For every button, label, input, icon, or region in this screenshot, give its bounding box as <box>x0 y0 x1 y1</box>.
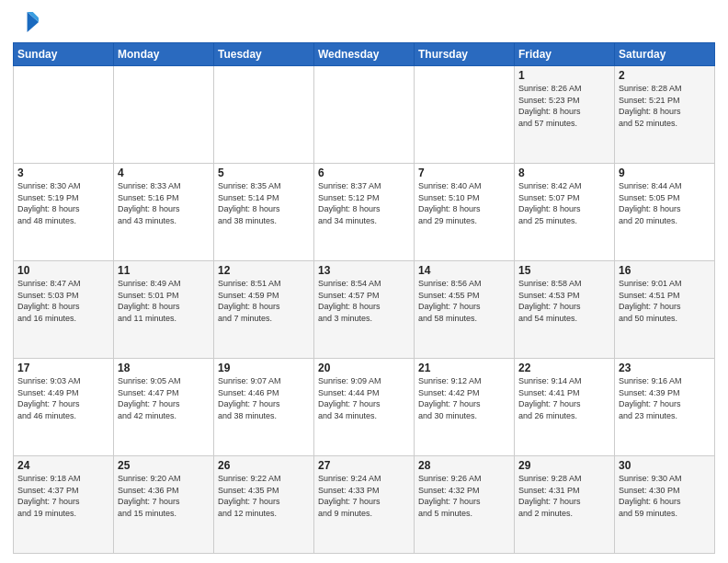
week-row-0: 1Sunrise: 8:26 AM Sunset: 5:23 PM Daylig… <box>14 66 715 164</box>
day-number: 16 <box>619 264 711 277</box>
day-info: Sunrise: 8:26 AM Sunset: 5:23 PM Dayligh… <box>518 83 610 129</box>
day-number: 11 <box>118 264 210 277</box>
day-cell: 28Sunrise: 9:26 AM Sunset: 4:32 PM Dayli… <box>415 456 515 554</box>
day-info: Sunrise: 8:58 AM Sunset: 4:53 PM Dayligh… <box>518 278 610 324</box>
week-row-2: 10Sunrise: 8:47 AM Sunset: 5:03 PM Dayli… <box>14 261 715 359</box>
day-number: 30 <box>619 459 711 472</box>
day-info: Sunrise: 8:40 AM Sunset: 5:10 PM Dayligh… <box>418 180 510 226</box>
day-cell: 22Sunrise: 9:14 AM Sunset: 4:41 PM Dayli… <box>515 359 615 456</box>
day-info: Sunrise: 9:16 AM Sunset: 4:39 PM Dayligh… <box>619 375 711 421</box>
day-cell <box>214 66 314 164</box>
calendar-table: SundayMondayTuesdayWednesdayThursdayFrid… <box>13 42 715 554</box>
logo-icon <box>13 9 39 35</box>
day-cell <box>114 66 214 164</box>
day-info: Sunrise: 8:28 AM Sunset: 5:21 PM Dayligh… <box>619 83 711 129</box>
day-info: Sunrise: 8:56 AM Sunset: 4:55 PM Dayligh… <box>418 278 510 324</box>
day-cell: 30Sunrise: 9:30 AM Sunset: 4:30 PM Dayli… <box>615 456 715 554</box>
day-info: Sunrise: 9:12 AM Sunset: 4:42 PM Dayligh… <box>418 375 510 421</box>
day-cell: 14Sunrise: 8:56 AM Sunset: 4:55 PM Dayli… <box>415 261 515 359</box>
day-number: 9 <box>619 167 711 179</box>
day-info: Sunrise: 9:22 AM Sunset: 4:35 PM Dayligh… <box>218 473 310 519</box>
day-cell <box>14 66 114 164</box>
day-number: 20 <box>318 362 410 374</box>
day-cell: 10Sunrise: 8:47 AM Sunset: 5:03 PM Dayli… <box>14 261 114 359</box>
day-cell: 3Sunrise: 8:30 AM Sunset: 5:19 PM Daylig… <box>14 164 114 261</box>
day-info: Sunrise: 8:35 AM Sunset: 5:14 PM Dayligh… <box>218 180 310 226</box>
day-info: Sunrise: 9:20 AM Sunset: 4:36 PM Dayligh… <box>118 473 210 519</box>
day-info: Sunrise: 8:44 AM Sunset: 5:05 PM Dayligh… <box>619 180 711 226</box>
day-cell: 21Sunrise: 9:12 AM Sunset: 4:42 PM Dayli… <box>415 359 515 456</box>
day-info: Sunrise: 9:26 AM Sunset: 4:32 PM Dayligh… <box>418 473 510 519</box>
day-cell: 16Sunrise: 9:01 AM Sunset: 4:51 PM Dayli… <box>615 261 715 359</box>
day-cell: 13Sunrise: 8:54 AM Sunset: 4:57 PM Dayli… <box>314 261 415 359</box>
day-info: Sunrise: 8:51 AM Sunset: 4:59 PM Dayligh… <box>218 278 310 324</box>
day-number: 2 <box>619 69 711 82</box>
day-number: 7 <box>418 167 510 179</box>
day-cell: 9Sunrise: 8:44 AM Sunset: 5:05 PM Daylig… <box>615 164 715 261</box>
day-cell: 24Sunrise: 9:18 AM Sunset: 4:37 PM Dayli… <box>14 456 114 554</box>
weekday-sunday: Sunday <box>14 43 114 66</box>
day-info: Sunrise: 9:01 AM Sunset: 4:51 PM Dayligh… <box>619 278 711 324</box>
day-number: 19 <box>218 362 310 374</box>
day-cell: 2Sunrise: 8:28 AM Sunset: 5:21 PM Daylig… <box>615 66 715 164</box>
weekday-friday: Friday <box>515 43 615 66</box>
day-info: Sunrise: 9:05 AM Sunset: 4:47 PM Dayligh… <box>118 375 210 421</box>
day-number: 21 <box>418 362 510 374</box>
weekday-monday: Monday <box>114 43 214 66</box>
day-number: 22 <box>518 362 610 374</box>
weekday-tuesday: Tuesday <box>214 43 314 66</box>
day-info: Sunrise: 8:37 AM Sunset: 5:12 PM Dayligh… <box>318 180 410 226</box>
day-number: 4 <box>118 167 210 179</box>
calendar-body: 1Sunrise: 8:26 AM Sunset: 5:23 PM Daylig… <box>14 66 715 554</box>
day-number: 26 <box>218 459 310 472</box>
day-info: Sunrise: 8:33 AM Sunset: 5:16 PM Dayligh… <box>118 180 210 226</box>
day-number: 1 <box>518 69 610 82</box>
page: SundayMondayTuesdayWednesdayThursdayFrid… <box>0 0 728 563</box>
day-number: 8 <box>518 167 610 179</box>
day-number: 12 <box>218 264 310 277</box>
day-cell: 25Sunrise: 9:20 AM Sunset: 4:36 PM Dayli… <box>114 456 214 554</box>
day-info: Sunrise: 8:42 AM Sunset: 5:07 PM Dayligh… <box>518 180 610 226</box>
day-cell <box>415 66 515 164</box>
day-number: 24 <box>17 459 109 472</box>
day-info: Sunrise: 9:28 AM Sunset: 4:31 PM Dayligh… <box>518 473 610 519</box>
day-info: Sunrise: 9:30 AM Sunset: 4:30 PM Dayligh… <box>619 473 711 519</box>
day-info: Sunrise: 9:18 AM Sunset: 4:37 PM Dayligh… <box>17 473 109 519</box>
weekday-wednesday: Wednesday <box>314 43 415 66</box>
day-number: 25 <box>118 459 210 472</box>
day-cell: 5Sunrise: 8:35 AM Sunset: 5:14 PM Daylig… <box>214 164 314 261</box>
day-info: Sunrise: 9:03 AM Sunset: 4:49 PM Dayligh… <box>17 375 109 421</box>
day-number: 15 <box>518 264 610 277</box>
day-cell: 6Sunrise: 8:37 AM Sunset: 5:12 PM Daylig… <box>314 164 415 261</box>
day-info: Sunrise: 8:30 AM Sunset: 5:19 PM Dayligh… <box>17 180 109 226</box>
day-number: 23 <box>619 362 711 374</box>
day-cell: 1Sunrise: 8:26 AM Sunset: 5:23 PM Daylig… <box>515 66 615 164</box>
weekday-thursday: Thursday <box>415 43 515 66</box>
weekday-header-row: SundayMondayTuesdayWednesdayThursdayFrid… <box>14 43 715 66</box>
day-cell: 12Sunrise: 8:51 AM Sunset: 4:59 PM Dayli… <box>214 261 314 359</box>
day-cell: 15Sunrise: 8:58 AM Sunset: 4:53 PM Dayli… <box>515 261 615 359</box>
day-number: 10 <box>17 264 109 277</box>
day-number: 27 <box>318 459 410 472</box>
day-number: 14 <box>418 264 510 277</box>
week-row-3: 17Sunrise: 9:03 AM Sunset: 4:49 PM Dayli… <box>14 359 715 456</box>
day-info: Sunrise: 9:14 AM Sunset: 4:41 PM Dayligh… <box>518 375 610 421</box>
day-info: Sunrise: 8:54 AM Sunset: 4:57 PM Dayligh… <box>318 278 410 324</box>
day-number: 5 <box>218 167 310 179</box>
day-info: Sunrise: 8:49 AM Sunset: 5:01 PM Dayligh… <box>118 278 210 324</box>
week-row-4: 24Sunrise: 9:18 AM Sunset: 4:37 PM Dayli… <box>14 456 715 554</box>
week-row-1: 3Sunrise: 8:30 AM Sunset: 5:19 PM Daylig… <box>14 164 715 261</box>
day-number: 13 <box>318 264 410 277</box>
day-cell: 27Sunrise: 9:24 AM Sunset: 4:33 PM Dayli… <box>314 456 415 554</box>
day-info: Sunrise: 9:07 AM Sunset: 4:46 PM Dayligh… <box>218 375 310 421</box>
day-cell: 7Sunrise: 8:40 AM Sunset: 5:10 PM Daylig… <box>415 164 515 261</box>
day-number: 29 <box>518 459 610 472</box>
header <box>13 9 715 35</box>
day-number: 28 <box>418 459 510 472</box>
day-cell: 26Sunrise: 9:22 AM Sunset: 4:35 PM Dayli… <box>214 456 314 554</box>
day-info: Sunrise: 9:09 AM Sunset: 4:44 PM Dayligh… <box>318 375 410 421</box>
day-info: Sunrise: 9:24 AM Sunset: 4:33 PM Dayligh… <box>318 473 410 519</box>
day-cell: 23Sunrise: 9:16 AM Sunset: 4:39 PM Dayli… <box>615 359 715 456</box>
day-cell: 4Sunrise: 8:33 AM Sunset: 5:16 PM Daylig… <box>114 164 214 261</box>
logo <box>13 9 42 35</box>
